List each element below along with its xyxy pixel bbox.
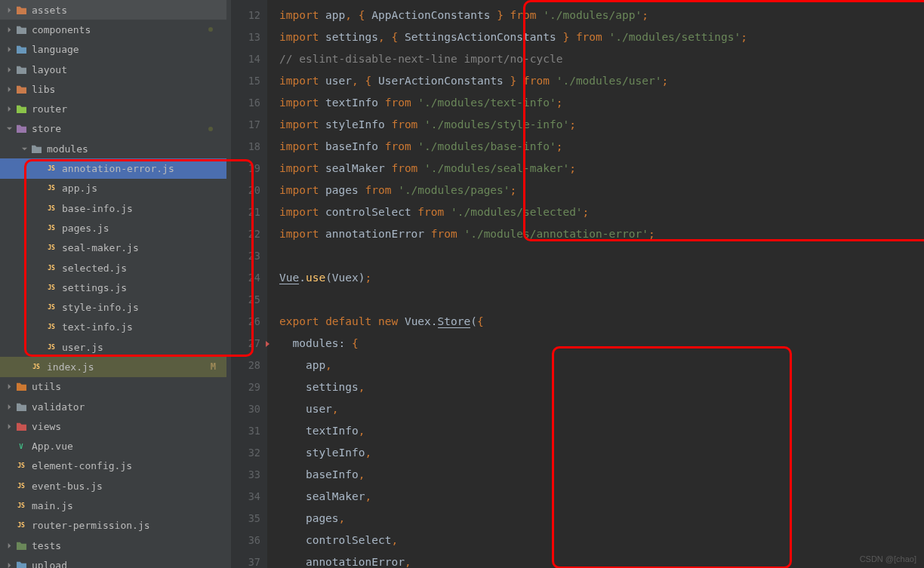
code-line-35[interactable]: pages, — [279, 508, 924, 530]
line-number[interactable]: 25 — [231, 289, 267, 311]
code-line-21[interactable]: import controlSelect from './modules/sel… — [279, 201, 924, 223]
chevron-right-icon[interactable] — [5, 541, 14, 550]
chevron-right-icon[interactable] — [5, 105, 14, 114]
code-line-32[interactable]: styleInfo, — [279, 442, 924, 464]
code-line-17[interactable]: import styleInfo from './modules/style-i… — [279, 114, 924, 136]
tree-item-upload[interactable]: upload — [0, 555, 226, 568]
chevron-right-icon[interactable] — [5, 5, 14, 14]
tree-item-tests[interactable]: tests — [0, 536, 226, 555]
code-line-14[interactable]: // eslint-disable-next-line import/no-cy… — [279, 48, 924, 70]
chevron-right-icon[interactable] — [5, 84, 14, 94]
tree-item-style-info-js[interactable]: JSstyle-info.js — [0, 297, 226, 317]
tree-item-pages-js[interactable]: JSpages.js — [0, 218, 226, 238]
line-number[interactable]: 21 — [231, 201, 267, 223]
code-line-30[interactable]: user, — [279, 398, 924, 420]
code-line-33[interactable]: baseInfo, — [279, 464, 924, 486]
tree-item-main-js[interactable]: JSmain.js — [0, 496, 226, 515]
code-line-18[interactable]: import baseInfo from './modules/base-inf… — [279, 136, 924, 158]
tree-item-element-config-js[interactable]: JSelement-config.js — [0, 456, 226, 476]
tree-item-router[interactable]: router — [0, 99, 226, 118]
chevron-down-icon[interactable] — [20, 144, 29, 153]
code-line-31[interactable]: textInfo, — [279, 420, 924, 442]
code-line-22[interactable]: import annotationError from './modules/a… — [279, 223, 924, 245]
line-number[interactable]: 26 — [231, 311, 267, 333]
tree-item-validator[interactable]: validator — [0, 397, 226, 416]
line-number[interactable]: 24 — [231, 267, 267, 289]
chevron-right-icon[interactable] — [5, 560, 14, 568]
tree-item-seal-maker-js[interactable]: JSseal-maker.js — [0, 238, 226, 258]
line-number[interactable]: 27 — [231, 333, 267, 355]
code-line-26[interactable]: export default new Vuex.Store({ — [279, 311, 924, 333]
line-number[interactable]: 20 — [231, 180, 267, 201]
chevron-down-icon[interactable] — [5, 124, 14, 134]
tree-item-views[interactable]: views — [0, 416, 226, 436]
line-number[interactable]: 22 — [231, 223, 267, 245]
chevron-right-icon[interactable] — [5, 382, 14, 391]
line-number[interactable]: 31 — [231, 420, 267, 442]
tree-item-components[interactable]: components — [0, 20, 226, 39]
line-number[interactable]: 18 — [231, 136, 267, 158]
code-line-16[interactable]: import textInfo from './modules/text-inf… — [279, 92, 924, 114]
chevron-right-icon[interactable] — [5, 422, 14, 431]
tree-item-assets[interactable]: assets — [0, 0, 226, 20]
line-number[interactable]: 14 — [231, 48, 267, 70]
tree-item-libs[interactable]: libs — [0, 79, 226, 99]
line-number[interactable]: 30 — [231, 398, 267, 420]
line-number[interactable]: 12 — [231, 5, 267, 26]
tree-item-label: App.vue — [32, 441, 73, 452]
tree-item-selected-js[interactable]: JSselected.js — [0, 258, 226, 278]
line-number[interactable]: 15 — [231, 70, 267, 92]
code-line-29[interactable]: settings, — [279, 376, 924, 398]
code-line-27[interactable]: modules: { — [279, 333, 924, 355]
line-number[interactable]: 34 — [231, 486, 267, 508]
line-number[interactable]: 32 — [231, 442, 267, 464]
code-line-15[interactable]: import user, { UserActionConstants } fro… — [279, 70, 924, 92]
code-line-13[interactable]: import settings, { SettingsActionConstan… — [279, 26, 924, 48]
code-line-28[interactable]: app, — [279, 355, 924, 376]
tree-item-label: seal-maker.js — [62, 242, 139, 253]
js-file-icon: JS — [30, 361, 42, 373]
line-number[interactable]: 35 — [231, 508, 267, 530]
chevron-right-icon[interactable] — [5, 25, 14, 34]
tree-item-event-bus-js[interactable]: JSevent-bus.js — [0, 476, 226, 496]
tree-item-modules[interactable]: modules — [0, 139, 226, 158]
code-line-34[interactable]: sealMaker, — [279, 486, 924, 508]
code-line-25[interactable] — [279, 289, 924, 311]
line-number[interactable]: 16 — [231, 92, 267, 114]
line-number[interactable]: 23 — [231, 245, 267, 267]
line-number-gutter[interactable]: 1213141516171819202122232425262728293031… — [231, 0, 267, 568]
line-number[interactable]: 17 — [231, 114, 267, 136]
code-line-23[interactable] — [279, 245, 924, 267]
tree-item-language[interactable]: language — [0, 40, 226, 60]
tree-item-text-info-js[interactable]: JStext-info.js — [0, 318, 226, 337]
code-line-20[interactable]: import pages from './modules/pages'; — [279, 180, 924, 201]
tree-item-store[interactable]: store — [0, 119, 226, 139]
js-file-icon: JS — [45, 163, 57, 175]
line-number[interactable]: 37 — [231, 551, 267, 568]
tree-item-app-js[interactable]: JSapp.js — [0, 179, 226, 198]
line-number[interactable]: 19 — [231, 158, 267, 180]
code-line-24[interactable]: Vue.use(Vuex); — [279, 267, 924, 289]
tree-item-router-permission-js[interactable]: JSrouter-permission.js — [0, 516, 226, 536]
tree-item-base-info-js[interactable]: JSbase-info.js — [0, 198, 226, 218]
tree-item-App-vue[interactable]: VApp.vue — [0, 437, 226, 456]
line-number[interactable]: 13 — [231, 26, 267, 48]
line-number[interactable]: 29 — [231, 376, 267, 398]
code-line-37[interactable]: annotationError, — [279, 551, 924, 568]
code-line-36[interactable]: controlSelect, — [279, 530, 924, 551]
code-line-12[interactable]: import app, { AppActionConstants } from … — [279, 5, 924, 26]
line-number[interactable]: 36 — [231, 530, 267, 551]
chevron-right-icon[interactable] — [5, 402, 14, 411]
line-number[interactable]: 28 — [231, 355, 267, 376]
chevron-right-icon[interactable] — [5, 45, 14, 54]
line-number[interactable]: 33 — [231, 464, 267, 486]
code-line-19[interactable]: import sealMaker from './modules/seal-ma… — [279, 158, 924, 180]
tree-item-settings-js[interactable]: JSsettings.js — [0, 278, 226, 297]
tree-item-index-js[interactable]: JSindex.jsM — [0, 357, 226, 376]
tree-item-utils[interactable]: utils — [0, 377, 226, 397]
tree-item-annotation-error-js[interactable]: JSannotation-error.js — [0, 158, 226, 178]
code-area[interactable]: import app, { AppActionConstants } from … — [267, 0, 924, 568]
chevron-right-icon[interactable] — [5, 65, 14, 74]
tree-item-layout[interactable]: layout — [0, 60, 226, 79]
tree-item-user-js[interactable]: JSuser.js — [0, 337, 226, 357]
